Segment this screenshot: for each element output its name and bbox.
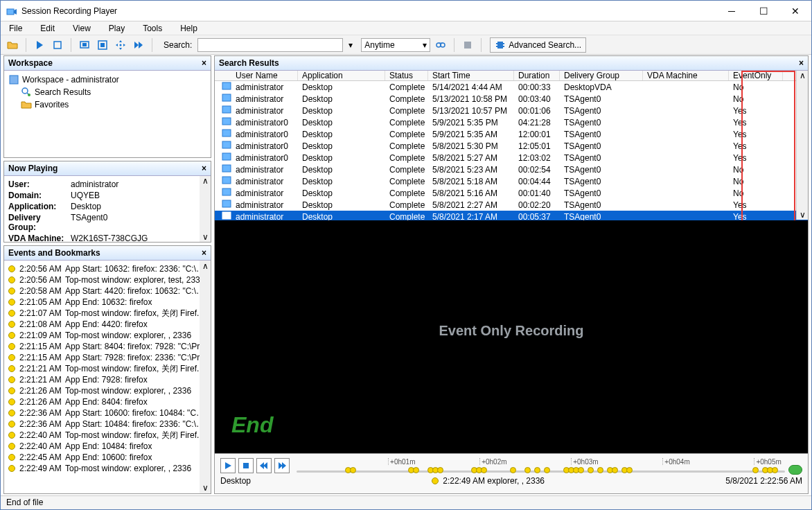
menu-tools[interactable]: Tools [140,22,165,35]
table-row[interactable]: administratorDesktopComplete5/13/2021 10… [215,105,808,116]
event-row[interactable]: 2:22:40 AMTop-most window: firefox, 关闭 F… [8,430,206,441]
event-row[interactable]: 2:22:36 AMApp Start: 10600: firefox: 104… [8,407,206,419]
event-row[interactable]: 2:20:58 AMApp Start: 4420: firefox: 1063… [8,285,206,297]
now-playing-scrollbar[interactable]: ∧∨ [200,176,211,242]
event-row[interactable]: 2:21:26 AMApp End: 8404: firefox [8,396,206,407]
timeline-event-dot[interactable] [437,467,443,473]
now-playing-close-icon[interactable]: × [202,164,206,173]
open-folder-button[interactable] [5,37,20,53]
timeline-event-dot[interactable] [588,467,594,473]
svg-rect-16 [496,42,497,43]
event-row[interactable]: 2:22:49 AMTop-most window: explorer, , 2… [8,463,206,474]
tl-bottom-right: 5/8/2021 2:22:56 AM [725,476,802,486]
table-row[interactable]: administratorDesktopComplete5/8/2021 5:1… [215,175,808,187]
event-row[interactable]: 2:21:08 AMApp End: 4420: firefox [8,319,206,330]
advanced-search-button[interactable]: Advanced Search... [490,37,586,53]
timeline-event-dot[interactable] [413,467,419,473]
event-row[interactable]: 2:20:56 AMTop-most window: explorer, tes… [8,274,206,285]
event-row[interactable]: 2:22:40 AMApp End: 10484: firefox [8,441,206,452]
table-row[interactable]: administrator0DesktopComplete5/8/2021 5:… [215,152,808,164]
table-row[interactable]: administrator0DesktopComplete5/9/2021 5:… [215,116,808,128]
fast-forward-button[interactable] [131,37,146,53]
events-close-icon[interactable]: × [202,248,206,258]
timeline-event-dot[interactable] [626,467,633,473]
timeline-event-dot[interactable] [350,467,356,473]
timeline-event-dot[interactable] [612,467,618,473]
table-row[interactable]: administratorDesktopComplete5/13/2021 10… [215,93,808,105]
search-go-button[interactable] [433,37,448,53]
col-starttime[interactable]: Start Time [428,71,514,80]
col-duration[interactable]: Duration [514,71,560,80]
timeline-event-dot[interactable] [481,467,487,473]
results-scrollbar[interactable]: ∧∨ [796,71,808,220]
table-row[interactable]: administrator0DesktopComplete5/8/2021 5:… [215,140,808,152]
unknown-tool-button[interactable] [460,37,475,53]
svg-rect-18 [496,47,497,49]
menu-file[interactable]: File [6,22,25,35]
col-status[interactable]: Status [385,71,428,80]
svg-rect-5 [82,43,87,46]
event-row[interactable]: 2:21:05 AMApp End: 10632: firefox [8,297,206,308]
pan-button[interactable] [113,37,128,53]
timeline-event-dot[interactable] [578,467,584,473]
search-results-close-icon[interactable]: × [799,58,804,68]
tl-stop-button[interactable] [238,458,254,473]
timeline-event-dot[interactable] [510,467,516,473]
col-username[interactable]: User Name [231,71,298,80]
fit-screen-button[interactable] [95,37,110,53]
event-row[interactable]: 2:21:09 AMTop-most window: explorer, , 2… [8,330,206,341]
table-row[interactable]: administratorDesktopComplete5/8/2021 5:2… [215,164,808,175]
timeline-tick: +0h02m [479,458,506,465]
event-dot-icon [432,477,439,484]
tree-favorites[interactable]: Favorites [21,98,206,111]
tree-search-results[interactable]: Search Results [21,86,206,98]
timeline-event-dot[interactable] [534,467,540,473]
svg-rect-22 [10,76,18,84]
event-row[interactable]: 2:22:36 AMApp Start: 10484: firefox: 233… [8,419,206,430]
event-row[interactable]: 2:21:15 AMApp Start: 8404: firefox: 7928… [8,341,206,352]
tl-ff-button[interactable] [274,458,290,473]
col-application[interactable]: Application [298,71,385,80]
timeline-event-dot[interactable] [524,467,531,473]
col-deliverygroup[interactable]: Delivery Group [560,71,643,80]
close-button[interactable]: ✕ [779,1,811,21]
stop-button[interactable] [50,37,65,53]
event-row[interactable]: 2:21:21 AMApp End: 7928: firefox [8,374,206,385]
timeline-track[interactable]: +0h01m+0h02m+0h03m+0h04m+0h05m [297,458,802,475]
timeline-event-dot[interactable] [597,467,603,473]
event-row[interactable]: 2:20:56 AMApp Start: 10632: firefox: 233… [8,263,206,274]
menu-help[interactable]: Help [177,22,200,35]
col-vdamachine[interactable]: VDA Machine [643,71,729,80]
table-row[interactable]: administrator0DesktopComplete5/9/2021 5:… [215,128,808,140]
search-label: Search: [164,40,192,50]
table-row[interactable]: administratorDesktopComplete5/14/2021 4:… [215,81,808,93]
event-row[interactable]: 2:21:07 AMTop-most window: firefox, 关闭 F… [8,308,206,319]
screen-button[interactable] [77,37,92,53]
minimize-button[interactable]: ─ [716,1,748,21]
timeline-event-dot[interactable] [544,467,550,473]
event-row[interactable]: 2:21:15 AMApp Start: 7928: firefox: 2336… [8,352,206,363]
workspace-close-icon[interactable]: × [202,58,206,68]
timeline-event-dot[interactable] [772,467,778,473]
workspace-root[interactable]: Workspace - administrator [8,73,206,86]
table-row[interactable]: administratorDesktopComplete5/8/2021 5:1… [215,187,808,199]
event-row[interactable]: 2:21:26 AMTop-most window: explorer, , 2… [8,385,206,396]
play-button[interactable] [32,37,47,53]
now-playing-title: Now Playing [8,164,58,173]
search-input[interactable] [197,38,343,52]
svg-rect-36 [222,200,231,207]
table-row[interactable]: administratorDesktopComplete5/8/2021 2:2… [215,199,808,211]
event-row[interactable]: 2:21:21 AMTop-most window: firefox, 关闭 F… [8,363,206,374]
timeline-event-dot[interactable] [752,467,759,473]
menu-play[interactable]: Play [106,22,127,35]
menu-edit[interactable]: Edit [37,22,58,35]
maximize-button[interactable]: ☐ [748,1,779,21]
search-dropdown-icon[interactable]: ▾ [346,40,355,50]
menu-view[interactable]: View [70,22,94,35]
col-eventonly[interactable]: EventOnly [729,71,783,80]
events-scrollbar[interactable]: ∧∨ [200,261,211,493]
tl-play-button[interactable] [220,458,236,473]
event-row[interactable]: 2:22:45 AMApp End: 10600: firefox [8,452,206,463]
time-filter-combo[interactable]: Anytime ▾ [361,38,430,52]
tl-rewind-button[interactable] [256,458,272,473]
